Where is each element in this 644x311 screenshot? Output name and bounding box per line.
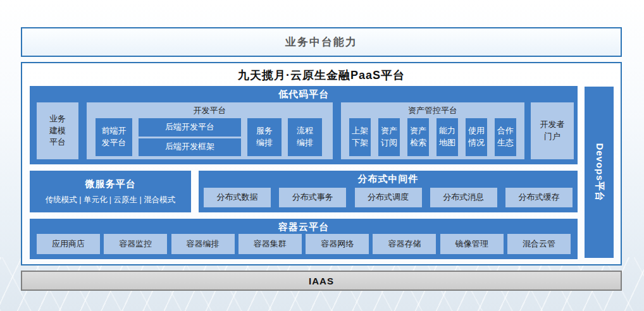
- container-orchestration-box: 容器编排: [171, 234, 235, 254]
- backend-stack: 后端开发平台 后端开发框架: [139, 118, 241, 156]
- container-monitoring-box: 容器监控: [104, 234, 167, 254]
- dev-platform-row: 前端开发平台 后端开发平台 后端开发框架 服务编排 流程编排: [96, 118, 324, 156]
- container-cluster-box: 容器集群: [238, 234, 302, 254]
- middleware-row: 分布式数据 分布式事务 分布式调度 分布式消息 分布式缓存: [204, 188, 573, 207]
- section-lowcode-platform: 低代码平台 业务建模平台 开发平台 前端开发平台 后端开发平台 后端开发框架 服…: [30, 86, 578, 164]
- devops-section-title: Devops平台: [593, 143, 605, 201]
- capability-map-box: 能力地图: [437, 118, 458, 156]
- dev-platform-group-title: 开发平台: [87, 105, 333, 116]
- business-midplatform-label: 业务中台能力: [285, 35, 357, 49]
- middleware-section-title: 分布式中间件: [199, 173, 578, 185]
- asset-onoff-shelf-box: 上架下架: [349, 118, 371, 156]
- distributed-data-box: 分布式数据: [204, 188, 271, 207]
- asset-control-group-title: 资产管控平台: [341, 105, 524, 116]
- distributed-transaction-box: 分布式事务: [279, 188, 346, 207]
- section-distributed-middleware: 分布式中间件 分布式数据 分布式事务 分布式调度 分布式消息 分布式缓存: [199, 171, 578, 212]
- asset-search-box: 资产检索: [407, 118, 429, 156]
- iaas-label: IAAS: [309, 276, 334, 286]
- backend-dev-framework-box: 后端开发框架: [139, 138, 241, 157]
- service-orchestration-box: 服务编排: [247, 118, 282, 156]
- asset-subscription-box: 资产订阅: [378, 118, 400, 156]
- distributed-cache-box: 分布式缓存: [505, 188, 573, 207]
- iaas-layer-bar: IAAS: [21, 271, 622, 291]
- architecture-diagram: 业务中台能力 九天揽月·云原生金融PaaS平台 低代码平台 业务建模平台 开发平…: [0, 0, 644, 311]
- section-microservice-platform: 微服务平台 传统模式 | 单元化 | 云原生 | 混合模式: [30, 171, 191, 212]
- microservice-modes: 传统模式 | 单元化 | 云原生 | 混合模式: [46, 195, 176, 205]
- asset-control-group: 资产管控平台 上架下架 资产订阅 资产检索 能力地图 使用情况 合作生态: [341, 102, 524, 159]
- container-network-box: 容器网络: [306, 234, 369, 254]
- container-cloud-row: 应用商店 容器监控 容器编排 容器集群 容器网络 容器存储 镜像管理 混合云管: [37, 234, 571, 254]
- distributed-scheduling-box: 分布式调度: [355, 188, 422, 207]
- image-management-box: 镜像管理: [440, 234, 504, 254]
- business-midplatform-banner: 业务中台能力: [21, 27, 622, 57]
- cooperation-ecosystem-box: 合作生态: [495, 118, 516, 156]
- developer-portal-box: 开发者门户: [531, 102, 574, 159]
- microservice-section-title: 微服务平台: [85, 178, 136, 190]
- distributed-message-box: 分布式消息: [430, 188, 497, 207]
- platform-title: 九天揽月·云原生金融PaaS平台: [22, 68, 621, 83]
- hybrid-cloud-mgmt-box: 混合云管: [507, 234, 571, 254]
- section-container-cloud: 容器云平台 应用商店 容器监控 容器编排 容器集群 容器网络 容器存储 镜像管理…: [30, 219, 578, 259]
- section-devops-platform: Devops平台: [585, 87, 614, 258]
- frontend-dev-platform-box: 前端开发平台: [96, 118, 132, 156]
- business-modeling-platform-box: 业务建模平台: [37, 102, 78, 159]
- app-store-box: 应用商店: [37, 234, 100, 254]
- backend-dev-platform-box: 后端开发平台: [139, 118, 241, 137]
- container-storage-box: 容器存储: [373, 234, 436, 254]
- lowcode-section-title: 低代码平台: [30, 88, 578, 101]
- process-orchestration-box: 流程编排: [288, 118, 322, 156]
- dev-platform-group: 开发平台 前端开发平台 后端开发平台 后端开发框架 服务编排 流程编排: [87, 102, 333, 159]
- usage-status-box: 使用情况: [466, 118, 487, 156]
- asset-control-row: 上架下架 资产订阅 资产检索 能力地图 使用情况 合作生态: [347, 118, 519, 156]
- container-cloud-section-title: 容器云平台: [30, 221, 578, 233]
- paas-platform-frame: 九天揽月·云原生金融PaaS平台 低代码平台 业务建模平台 开发平台 前端开发平…: [21, 62, 622, 265]
